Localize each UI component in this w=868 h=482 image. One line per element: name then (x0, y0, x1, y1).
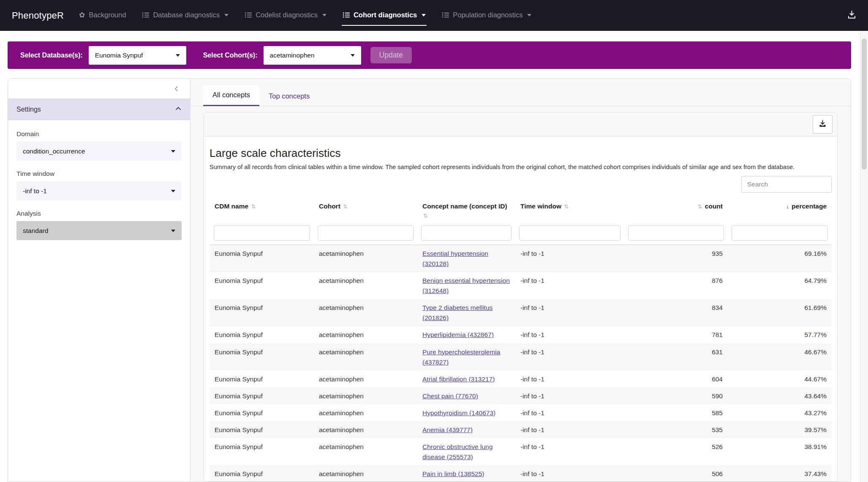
cohort-cell: acetaminophen (314, 245, 417, 272)
caret-down-icon (171, 190, 175, 192)
analysis-select-value: standard (23, 227, 48, 235)
card-title: Large scale characteristics (210, 147, 832, 160)
settings-accordion-header[interactable]: Settings (8, 99, 190, 120)
count-filter-input[interactable] (628, 225, 724, 241)
scrollbar-track[interactable] (860, 31, 868, 482)
cohort-select[interactable]: acetaminophen (264, 46, 361, 65)
cdm-name-cell: Eunomia Synpuf (210, 326, 314, 343)
analysis-select[interactable]: standard (16, 221, 182, 240)
cohort-cell: acetaminophen (314, 405, 417, 422)
time-window-cell: -inf to -1 (515, 438, 624, 466)
time-window-select[interactable]: -inf to -1 (16, 181, 182, 200)
cdm-name-cell: Eunomia Synpuf (210, 422, 314, 438)
domain-select[interactable]: condition_occurrence (16, 142, 182, 161)
card-header (204, 112, 837, 137)
concept-name-cell: Benign essential hypertension (312648) (417, 272, 515, 299)
concept-link[interactable]: Benign essential hypertension (312648) (422, 277, 510, 294)
list-icon (245, 11, 252, 19)
col-header-cohort[interactable]: Cohort ⇅ (314, 198, 417, 223)
cohort-cell: acetaminophen (314, 326, 417, 343)
concept-name-cell: Chronic obstructive lung disease (255573… (417, 438, 515, 466)
cdm-name-cell: Eunomia Synpuf (210, 245, 314, 272)
caret-down-icon (422, 14, 426, 16)
update-button[interactable]: Update (370, 47, 412, 63)
search-input[interactable] (741, 176, 832, 193)
concept-link[interactable]: Pure hypercholesterolemia (437827) (422, 348, 500, 366)
time-window-cell: -inf to -1 (515, 326, 624, 343)
caret-down-icon (171, 150, 175, 153)
col-header-time-window[interactable]: Time window ⇅ (515, 198, 624, 223)
concept-link[interactable]: Chronic obstructive lung disease (255573… (422, 443, 493, 460)
concept-link[interactable]: Anemia (439777) (422, 426, 473, 433)
cohort-select-label: Select Cohort(s): (203, 52, 258, 59)
table-row: Eunomia SynpufacetaminophenBenign essent… (210, 272, 832, 299)
cohort-cell: acetaminophen (314, 371, 417, 388)
col-header-concept-name[interactable]: Concept name (concept ID) ⇅ (417, 198, 515, 223)
col-header-cdm-name[interactable]: CDM name ⇅ (210, 198, 314, 223)
time-window-cell: -inf to -1 (515, 388, 624, 405)
time-window-cell: -inf to -1 (515, 466, 624, 482)
concept-link[interactable]: Pain in limb (138525) (422, 470, 484, 477)
count-cell: 935 (624, 245, 728, 272)
concept-name-cell: Pure hypercholesterolemia (437827) (417, 344, 515, 371)
chevron-left-icon[interactable] (173, 85, 180, 92)
count-cell: 535 (624, 422, 728, 438)
time-window-cell: -inf to -1 (515, 299, 624, 326)
cohort-cell: acetaminophen (314, 299, 417, 326)
list-icon (142, 11, 149, 19)
nav-item-label: Background (89, 11, 126, 19)
concept-name-cell: Pain in limb (138525) (417, 466, 515, 482)
characteristics-table: CDM name ⇅ Cohort ⇅ Concept name (concep… (210, 198, 832, 482)
cohort-filter-input[interactable] (318, 225, 414, 241)
concept-link[interactable]: Essential hypertension (320128) (422, 250, 488, 267)
percentage-cell: 39.57% (728, 422, 832, 438)
caret-down-icon (322, 14, 327, 16)
tab-top-concepts[interactable]: Top concepts (259, 87, 319, 106)
nav-items: ✿ Background Database diagnostics Codeli… (79, 11, 847, 20)
table-row: Eunomia SynpufacetaminophenAnemia (43977… (210, 422, 832, 438)
nav-item-cohort-diagnostics[interactable]: Cohort diagnostics (343, 11, 426, 20)
concept-link[interactable]: Hyperlipidemia (432867) (422, 331, 494, 338)
time-window-cell: -inf to -1 (515, 405, 624, 422)
caret-down-icon (527, 14, 531, 16)
percentage-filter-input[interactable] (732, 225, 828, 241)
percentage-cell: 37.43% (728, 466, 832, 482)
nav-item-label: Database diagnostics (153, 11, 220, 19)
download-table-button[interactable] (813, 115, 833, 134)
concept-name-filter-input[interactable] (421, 225, 512, 241)
sort-icon: ⇅ (563, 203, 569, 210)
caret-down-icon (176, 54, 180, 57)
nav-item-database-diagnostics[interactable]: Database diagnostics (142, 11, 229, 20)
nav-item-population-diagnostics[interactable]: Population diagnostics (442, 11, 531, 20)
table-row: Eunomia SynpufacetaminophenAtrial fibril… (210, 371, 832, 388)
time-window-filter-input[interactable] (519, 225, 620, 241)
app-brand: PhenotypeR (12, 10, 64, 21)
analysis-label: Analysis (16, 210, 182, 217)
main-panel: All concepts Top concepts Large scale ch… (190, 79, 851, 482)
count-cell: 604 (624, 371, 728, 388)
settings-panel: Domain condition_occurrence Time window … (8, 120, 190, 260)
nav-item-codelist-diagnostics[interactable]: Codelist diagnostics (245, 11, 327, 20)
nav-item-background[interactable]: ✿ Background (79, 11, 126, 20)
download-icon (819, 120, 827, 129)
concept-link[interactable]: Hypothyroidism (140673) (422, 409, 495, 416)
concept-link[interactable]: Type 2 diabetes mellitus (201826) (422, 304, 493, 321)
concept-link[interactable]: Chest pain (77670) (422, 392, 478, 400)
scrollbar-thumb[interactable] (862, 38, 867, 170)
concept-link[interactable]: Atrial fibrillation (313217) (422, 375, 495, 383)
list-icon (442, 11, 449, 19)
col-header-count[interactable]: ⇅ count (624, 198, 728, 223)
percentage-cell: 61.69% (728, 299, 832, 326)
cdm-name-cell: Eunomia Synpuf (210, 299, 314, 326)
download-icon[interactable] (847, 10, 856, 21)
sort-icon: ⇅ (697, 203, 703, 210)
count-cell: 781 (624, 326, 728, 343)
database-select[interactable]: Eunomia Synpuf (89, 46, 186, 65)
col-header-percentage[interactable]: ↓ percentage (728, 198, 832, 223)
caret-down-icon (224, 14, 229, 16)
tab-all-concepts[interactable]: All concepts (203, 85, 259, 106)
concept-name-cell: Atrial fibrillation (313217) (417, 371, 515, 388)
percentage-cell: 64.79% (728, 272, 832, 299)
cdm-name-filter-input[interactable] (214, 225, 310, 241)
cdm-name-cell: Eunomia Synpuf (210, 344, 314, 371)
